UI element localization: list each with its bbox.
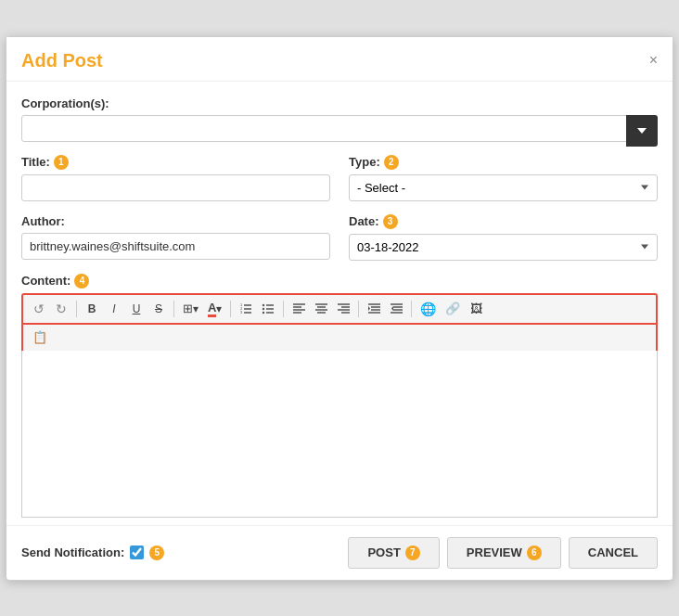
footer-buttons: POST 7 PREVIEW 6 CANCEL (348, 537, 658, 569)
date-label: Date: 3 (349, 214, 658, 229)
editor-toolbar-row2: 📋 (21, 325, 658, 351)
corporation-dropdown-button[interactable] (626, 115, 658, 147)
send-notification-section: Send Notification: 5 (21, 545, 164, 560)
send-notification-label: Send Notification: (21, 545, 124, 559)
preview-badge: 6 (527, 545, 542, 560)
divider-6 (411, 301, 412, 317)
corporation-section: Corporation(s): (21, 96, 658, 142)
svg-point-10 (263, 307, 264, 309)
title-type-row: Title: 1 Type: 2 - Select - Option 1 Opt… (21, 155, 658, 201)
align-left-icon (293, 302, 305, 314)
content-label: Content: 4 (21, 274, 658, 289)
ordered-list-button[interactable]: 123 (236, 299, 256, 319)
align-center-icon (315, 302, 327, 314)
outdent-button[interactable] (386, 299, 406, 319)
author-label: Author: (21, 214, 330, 228)
divider-5 (358, 301, 359, 317)
type-col: Type: 2 - Select - Option 1 Option 2 (349, 155, 658, 201)
table-icon (183, 302, 193, 315)
corporation-select-wrapper (21, 115, 658, 142)
date-select-wrapper: 03-18-2022 (349, 234, 658, 261)
date-col: Date: 3 03-18-2022 (349, 214, 658, 261)
corporation-label: Corporation(s): (21, 96, 658, 110)
type-badge: 2 (384, 155, 399, 170)
corporation-input[interactable] (21, 115, 658, 142)
author-input[interactable]: brittney.waines@shiftsuite.com (21, 233, 330, 260)
align-left-button[interactable] (288, 299, 309, 319)
send-notification-badge: 5 (149, 545, 164, 560)
font-color-button[interactable]: A▾ (204, 299, 225, 319)
author-col: Author: brittney.waines@shiftsuite.com (21, 214, 330, 261)
title-label: Title: 1 (21, 155, 330, 170)
preview-label: PREVIEW (467, 545, 522, 559)
date-badge: 3 (383, 214, 398, 229)
unlink-button[interactable]: 🔗 (442, 299, 464, 319)
preview-button[interactable]: PREVIEW 6 (447, 537, 561, 569)
content-editor[interactable] (21, 351, 658, 518)
dialog-header: Add Post × (6, 37, 673, 82)
bold-button[interactable]: B (82, 299, 102, 319)
cancel-label: CANCEL (588, 545, 638, 559)
image-icon: 🖼 (470, 302, 482, 315)
link-icon: 🌐 (420, 302, 436, 316)
ul-icon (262, 302, 275, 315)
align-center-button[interactable] (311, 299, 331, 319)
ol-icon: 123 (239, 302, 252, 315)
post-label: POST (367, 545, 400, 559)
divider-1 (76, 301, 77, 317)
send-notification-checkbox[interactable] (130, 545, 144, 559)
add-post-dialog: Add Post × Corporation(s): Title: 1 (6, 36, 673, 581)
redo-button[interactable]: ↻ (51, 299, 71, 319)
indent-icon (368, 302, 380, 314)
content-section: Content: 4 ↺ ↻ B I U S ▾ A▾ (21, 274, 658, 518)
svg-marker-28 (368, 306, 370, 311)
post-button[interactable]: POST 7 (348, 537, 439, 569)
title-badge: 1 (54, 155, 69, 170)
link-button[interactable]: 🌐 (416, 299, 440, 319)
divider-2 (173, 301, 174, 317)
dialog-body: Corporation(s): Title: 1 Type: 2 (6, 82, 673, 518)
cancel-button[interactable]: CANCEL (569, 537, 658, 569)
unlink-icon: 🔗 (445, 302, 460, 315)
dialog-title: Add Post (21, 50, 103, 71)
close-icon[interactable]: × (649, 53, 658, 68)
author-date-row: Author: brittney.waines@shiftsuite.com D… (21, 214, 658, 261)
type-select-wrapper: - Select - Option 1 Option 2 (349, 174, 658, 201)
align-right-icon (338, 302, 350, 314)
divider-4 (283, 301, 284, 317)
editor-toolbar: ↺ ↻ B I U S ▾ A▾ 123 (21, 293, 658, 325)
underline-button[interactable]: U (126, 299, 147, 319)
dialog-footer: Send Notification: 5 POST 7 PREVIEW 6 CA… (6, 525, 673, 580)
post-badge: 7 (405, 545, 420, 560)
svg-point-11 (263, 311, 264, 313)
strikethrough-button[interactable]: S (148, 299, 169, 319)
divider-3 (230, 301, 231, 317)
unordered-list-button[interactable] (258, 299, 278, 319)
content-badge: 4 (74, 274, 89, 289)
title-input[interactable] (21, 174, 330, 201)
outdent-icon (391, 302, 403, 314)
image-button[interactable]: 🖼 (466, 299, 486, 319)
date-select[interactable]: 03-18-2022 (349, 234, 658, 261)
svg-text:3: 3 (240, 310, 243, 314)
align-right-button[interactable] (333, 299, 353, 319)
italic-button[interactable]: I (104, 299, 124, 319)
svg-marker-33 (391, 306, 393, 311)
indent-button[interactable] (364, 299, 384, 319)
svg-point-9 (263, 303, 264, 305)
paste-button[interactable]: 📋 (29, 327, 51, 348)
paste-icon: 📋 (32, 330, 47, 344)
undo-button[interactable]: ↺ (29, 299, 49, 319)
type-select[interactable]: - Select - Option 1 Option 2 (349, 174, 658, 201)
title-col: Title: 1 (21, 155, 330, 201)
type-label: Type: 2 (349, 155, 658, 170)
table-button[interactable]: ▾ (179, 299, 202, 319)
font-color-icon: A (208, 301, 216, 317)
